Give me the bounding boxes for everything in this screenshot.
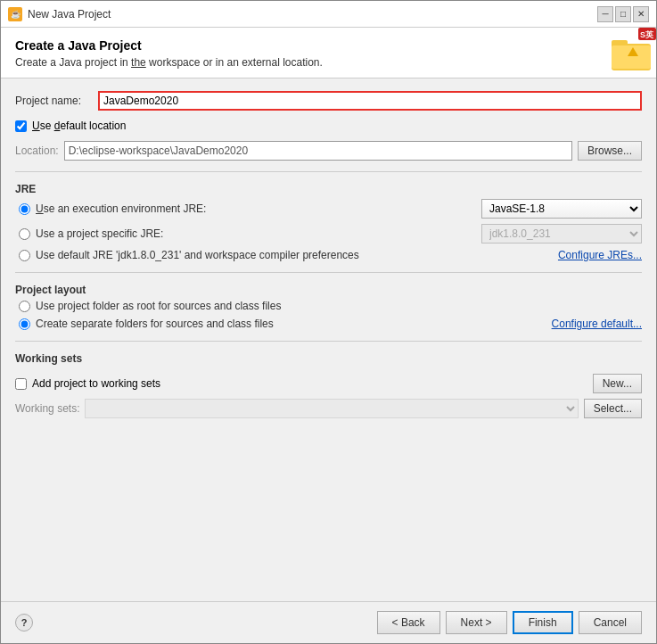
dialog-footer: ? < Back Next > Finish Cancel (1, 601, 656, 643)
configure-jres-link[interactable]: Configure JREs... (558, 249, 642, 261)
location-row: Location: Browse... (15, 141, 642, 161)
finish-button[interactable]: Finish (513, 611, 573, 634)
jre-option3-label: Use default JRE 'jdk1.8.0_231' and works… (36, 249, 359, 261)
add-working-sets-row: Add project to working sets New... (15, 374, 642, 393)
layout-option2-radio[interactable] (19, 318, 30, 330)
jre-divider (15, 171, 642, 172)
close-button[interactable]: ✕ (633, 6, 649, 22)
working-sets-label: Working sets (15, 352, 642, 365)
dialog-window: ☕ New Java Project ─ □ ✕ Create a Java P… (0, 0, 657, 644)
add-working-sets-checkbox[interactable] (15, 378, 27, 390)
use-default-location-row: Use default location (15, 120, 642, 132)
layout-option1-row: Use project folder as root for sources a… (19, 300, 642, 312)
title-bar: ☕ New Java Project ─ □ ✕ (1, 1, 656, 28)
project-name-input[interactable] (98, 91, 642, 111)
jre-option1-label: Use an execution environment JRE: (36, 202, 476, 215)
jre-option1-row: Use an execution environment JRE: JavaSE… (19, 199, 642, 219)
jre-option1-radio[interactable] (19, 203, 30, 215)
back-button[interactable]: < Back (377, 611, 440, 634)
add-working-sets-label: Add project to working sets (32, 377, 160, 390)
svg-rect-4 (612, 45, 651, 69)
jre-option3-row: Use default JRE 'jdk1.8.0_231' and works… (19, 249, 642, 261)
new-working-set-button[interactable]: New... (593, 374, 642, 393)
content-spacer (15, 427, 642, 589)
layout-option2-row: Create separate folders for sources and … (19, 318, 642, 330)
use-default-location-checkbox[interactable] (15, 120, 27, 132)
jre-option2-radio[interactable] (19, 228, 30, 240)
layout-section-label: Project layout (15, 284, 642, 296)
jre-radio-group: Use an execution environment JRE: JavaSE… (15, 199, 642, 261)
dialog-action-buttons: < Back Next > Finish Cancel (377, 611, 642, 634)
configure-default-link[interactable]: Configure default... (552, 318, 642, 330)
browse-button[interactable]: Browse... (578, 141, 642, 161)
dialog-content: Project name: Use default location Locat… (1, 78, 656, 601)
jre-environment-select[interactable]: JavaSE-1.8 (481, 199, 642, 219)
layout-divider (15, 272, 642, 273)
layout-option1-radio[interactable] (19, 301, 30, 312)
next-button[interactable]: Next > (446, 611, 507, 634)
cancel-button[interactable]: Cancel (579, 611, 642, 634)
window-icon: ☕ (8, 7, 22, 21)
jre-option2-label: Use a project specific JRE: (36, 227, 476, 240)
jre-section: JRE Use an execution environment JRE: Ja… (15, 183, 642, 261)
layout-option1-label: Use project folder as root for sources a… (36, 300, 281, 312)
working-sets-field-label: Working sets: (15, 402, 79, 415)
layout-option2-label: Create separate folders for sources and … (36, 318, 546, 330)
dialog-header: Create a Java Project Create a Java proj… (1, 28, 656, 78)
project-name-label: Project name: (15, 95, 91, 107)
svg-text:S英: S英 (640, 30, 654, 39)
window-title: New Java Project (28, 8, 111, 21)
jre-section-label: JRE (15, 183, 642, 195)
header-folder-icon: S英 (610, 28, 656, 74)
title-controls: ─ □ ✕ (597, 6, 649, 22)
jre-option2-row: Use a project specific JRE: jdk1.8.0_231 (19, 224, 642, 244)
location-input (64, 141, 572, 161)
layout-radio-group: Use project folder as root for sources a… (15, 300, 642, 330)
help-button[interactable]: ? (15, 614, 33, 632)
minimize-button[interactable]: ─ (597, 6, 613, 22)
dialog-subtitle: Create a Java project in the workspace o… (15, 56, 642, 69)
location-label: Location: (15, 144, 59, 157)
dialog-title: Create a Java Project (15, 38, 642, 53)
select-working-set-button[interactable]: Select... (584, 399, 642, 418)
project-name-row: Project name: (15, 91, 642, 111)
use-default-location-label: Use default location (32, 120, 126, 132)
working-sets-select (85, 399, 578, 418)
jre-option3-radio[interactable] (19, 250, 30, 261)
working-sets-section: Working sets Add project to working sets… (15, 352, 642, 418)
title-bar-left: ☕ New Java Project (8, 7, 111, 21)
maximize-button[interactable]: □ (615, 6, 631, 22)
ws-divider (15, 341, 642, 342)
working-sets-selector-row: Working sets: Select... (15, 399, 642, 418)
project-layout-section: Project layout Use project folder as roo… (15, 284, 642, 330)
jre-specific-select: jdk1.8.0_231 (481, 224, 642, 244)
